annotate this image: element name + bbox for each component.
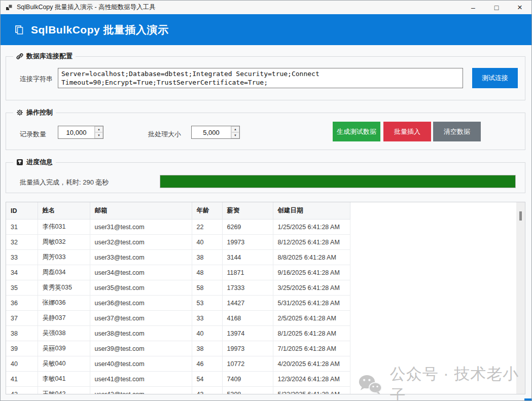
- operation-group-legend: 操作控制: [13, 108, 56, 117]
- progress-status-text: 批量插入完成，耗时: 290 毫秒: [20, 178, 109, 187]
- progress-fill: [160, 175, 515, 188]
- table-cell: 36: [6, 296, 38, 311]
- table-cell: 38: [192, 341, 222, 356]
- clear-data-button[interactable]: 清空数据: [433, 122, 481, 141]
- table-cell: user32@test.com: [90, 235, 192, 250]
- spin-down-icon[interactable]: ▼: [231, 132, 239, 138]
- gear-icon: [16, 109, 23, 116]
- app-icon: [6, 4, 13, 11]
- table-row[interactable]: 36张娜036user36@test.com53144275/31/2025 6…: [6, 296, 350, 311]
- table-cell: 5/22/2025 6:41:28 AM: [273, 387, 350, 395]
- table-cell: user37@test.com: [90, 311, 192, 326]
- table-cell: 8/1/2025 6:41:28 AM: [273, 326, 350, 341]
- table-cell: user41@test.com: [90, 372, 192, 387]
- batch-size-stepper[interactable]: 5,000 ▲ ▼: [191, 126, 240, 139]
- table-cell: 13974: [222, 326, 273, 341]
- table-cell: 43: [192, 387, 222, 395]
- table-header-row: ID姓名邮箱年龄薪资创建日期: [6, 202, 350, 220]
- table-cell: user39@test.com: [90, 341, 192, 356]
- spin-up-icon[interactable]: ▲: [231, 126, 239, 132]
- table-row[interactable]: 35黄秀英035user35@test.com58173333/25/2025 …: [6, 280, 350, 296]
- scrollbar-thumb[interactable]: [519, 211, 522, 221]
- column-header-0[interactable]: ID: [6, 202, 38, 220]
- table-cell: 33: [192, 311, 222, 326]
- table-cell: user42@test.com: [90, 387, 192, 395]
- data-grid[interactable]: ID姓名邮箱年龄薪资创建日期 31李伟031user31@test.com226…: [6, 202, 525, 394]
- table-cell: user34@test.com: [90, 265, 192, 280]
- table-cell: 吴静037: [38, 311, 90, 326]
- table-row[interactable]: 39吴丽039user39@test.com38199737/1/2025 6:…: [6, 341, 350, 356]
- column-header-3[interactable]: 年龄: [192, 202, 222, 220]
- table-cell: 40: [6, 356, 38, 372]
- table-cell: 吴敏040: [38, 356, 90, 372]
- column-header-2[interactable]: 邮箱: [90, 202, 192, 220]
- progress-bar: [160, 175, 516, 188]
- table-cell: 37: [6, 311, 38, 326]
- table-cell: 1/25/2025 6:41:28 AM: [273, 220, 350, 235]
- minimize-button[interactable]: –: [462, 1, 485, 14]
- batch-size-value[interactable]: 5,000: [192, 126, 231, 138]
- table-row[interactable]: 33周芳033user33@test.com3831448/8/2025 6:4…: [6, 250, 350, 265]
- table-cell: 42: [6, 387, 38, 395]
- bulk-insert-button[interactable]: 批量插入: [383, 122, 431, 141]
- table-cell: 李伟031: [38, 220, 90, 235]
- progress-box-icon: [16, 159, 23, 166]
- table-cell: 54: [192, 372, 222, 387]
- table-row[interactable]: 41李敏041user41@test.com54740912/3/2024 6:…: [6, 372, 350, 387]
- table-cell: 吴强038: [38, 326, 90, 341]
- table-cell: 22: [192, 220, 222, 235]
- record-count-label: 记录数量: [20, 130, 46, 139]
- table-row[interactable]: 37吴静037user37@test.com3341682/5/2025 6:4…: [6, 311, 350, 326]
- table-cell: user40@test.com: [90, 356, 192, 372]
- table-cell: 王敏042: [38, 387, 90, 395]
- table-row[interactable]: 32周敏032user32@test.com40199738/12/2025 6…: [6, 235, 350, 250]
- title-bar: SqlBulkCopy 批量插入演示 - 高性能数据导入工具 – □ ×: [1, 1, 531, 14]
- column-header-1[interactable]: 姓名: [38, 202, 90, 220]
- table-cell: 38: [6, 326, 38, 341]
- app-header: SqlBulkCopy 批量插入演示: [1, 14, 531, 45]
- column-header-4[interactable]: 薪资: [222, 202, 273, 220]
- column-header-5[interactable]: 创建日期: [273, 202, 350, 220]
- table-row[interactable]: 40吴敏040user40@test.com46107724/20/2025 6…: [6, 356, 350, 372]
- table-cell: 8/8/2025 6:41:28 AM: [273, 250, 350, 265]
- record-count-value[interactable]: 10,000: [58, 126, 94, 138]
- table-cell: 3144: [222, 250, 273, 265]
- table-cell: 吴丽039: [38, 341, 90, 356]
- table-row[interactable]: 42王敏042user42@test.com4353085/22/2025 6:…: [6, 387, 350, 395]
- table-row[interactable]: 38吴强038user38@test.com40139748/1/2025 6:…: [6, 326, 350, 341]
- table-cell: 8/12/2025 6:41:28 AM: [273, 235, 350, 250]
- table-cell: user36@test.com: [90, 296, 192, 311]
- app-window: SqlBulkCopy 批量插入演示 - 高性能数据导入工具 – □ × Sql…: [0, 0, 532, 401]
- table-cell: 周磊034: [38, 265, 90, 280]
- table-row[interactable]: 34周磊034user34@test.com48118719/16/2025 6…: [6, 265, 350, 280]
- table-cell: 李敏041: [38, 372, 90, 387]
- table-cell: 12/3/2024 6:41:28 AM: [273, 372, 350, 387]
- spin-up-icon[interactable]: ▲: [95, 126, 103, 132]
- table-cell: 2/5/2025 6:41:28 AM: [273, 311, 350, 326]
- table-cell: 40: [192, 235, 222, 250]
- record-count-stepper[interactable]: 10,000 ▲ ▼: [58, 126, 103, 139]
- table-cell: 41: [6, 372, 38, 387]
- generate-data-button[interactable]: 生成测试数据: [333, 122, 380, 141]
- batch-size-label: 批处理大小: [148, 130, 181, 139]
- connection-string-input[interactable]: Server=localhost;Database=dbtest;Integra…: [58, 68, 463, 88]
- table-cell: 11871: [222, 265, 273, 280]
- progress-groupbox: 进度信息 批量插入完成，耗时: 290 毫秒: [6, 162, 525, 193]
- table-cell: 5308: [222, 387, 273, 395]
- vertical-scrollbar[interactable]: [516, 202, 525, 394]
- connection-groupbox: 数据库连接配置 连接字符串 Server=localhost;Database=…: [6, 56, 525, 100]
- close-button[interactable]: ×: [508, 1, 531, 14]
- page-title: SqlBulkCopy 批量插入演示: [31, 23, 169, 37]
- copy-pages-icon: [14, 24, 25, 35]
- window-accent-corner: [524, 398, 531, 400]
- table-cell: user31@test.com: [90, 220, 192, 235]
- table-cell: 7409: [222, 372, 273, 387]
- table-cell: 14427: [222, 296, 273, 311]
- maximize-button[interactable]: □: [485, 1, 508, 14]
- spin-down-icon[interactable]: ▼: [95, 132, 103, 138]
- test-connection-button[interactable]: 测试连接: [472, 68, 518, 88]
- table-row[interactable]: 31李伟031user31@test.com2262691/25/2025 6:…: [6, 220, 350, 235]
- table-cell: 周芳033: [38, 250, 90, 265]
- operation-groupbox: 操作控制 记录数量 10,000 ▲ ▼ 批处理大小 5,000 ▲ ▼ 生成测…: [6, 113, 525, 150]
- progress-group-legend: 进度信息: [13, 158, 56, 167]
